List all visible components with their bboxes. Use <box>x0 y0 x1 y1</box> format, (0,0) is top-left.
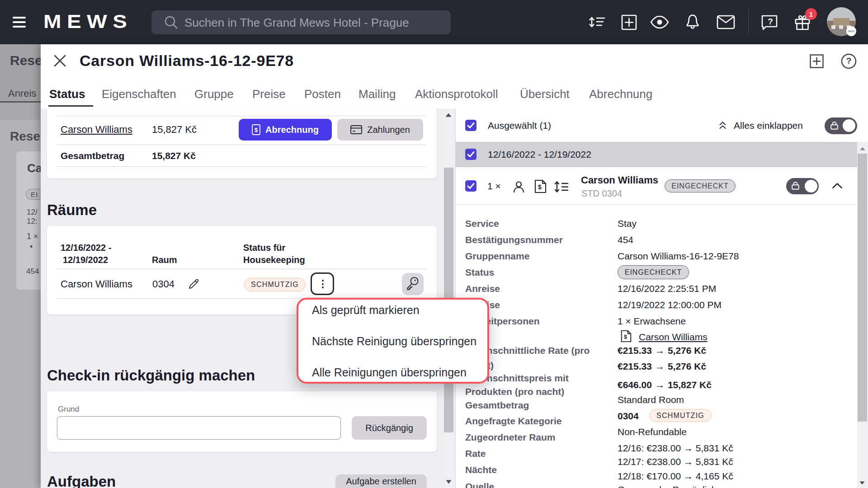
svg-text:$: $ <box>624 334 627 340</box>
svg-text:$: $ <box>538 183 542 191</box>
svg-text:$: $ <box>255 127 258 133</box>
